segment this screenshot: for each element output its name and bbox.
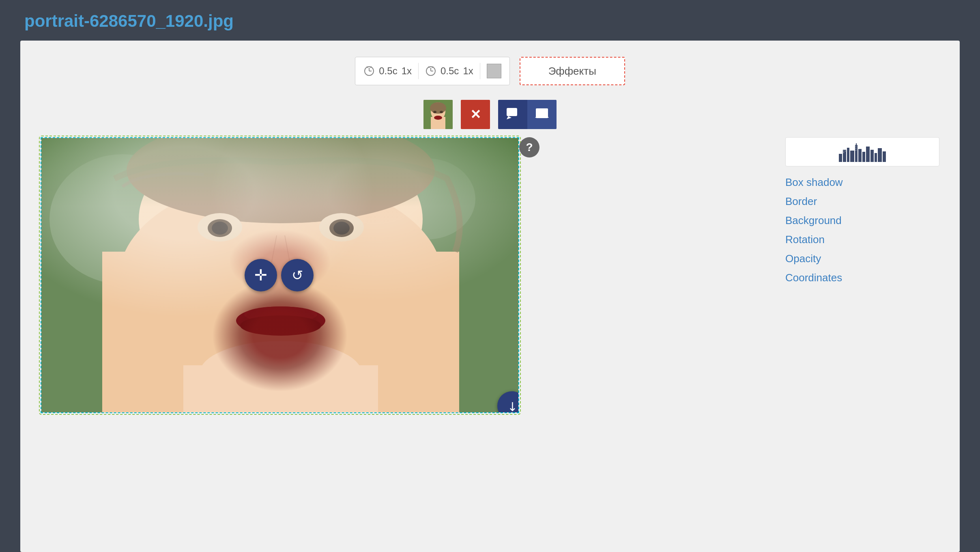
svg-rect-60: [855, 150, 856, 151]
toolbar: 0.5c 1x 0.5c 1x: [41, 57, 939, 85]
svg-rect-52: [875, 153, 877, 162]
svg-rect-43: [843, 150, 846, 162]
effects-button[interactable]: Эффекты: [520, 57, 625, 85]
svg-point-20: [538, 110, 540, 113]
nav-buttons: [498, 100, 557, 129]
delete-icon: ✕: [470, 107, 481, 122]
svg-rect-42: [839, 154, 842, 162]
timer2-multiplier: 1x: [463, 65, 473, 77]
main-area: 0.5c 1x 0.5c 1x: [20, 41, 960, 552]
svg-point-14: [433, 111, 436, 113]
canvas-wrapper[interactable]: ✛ ↺ ↙: [41, 137, 519, 413]
svg-marker-18: [507, 116, 511, 119]
canvas-container: ✛ ↺ ↙ ?: [41, 137, 519, 413]
svg-rect-48: [858, 149, 862, 162]
box-shadow-item[interactable]: Box shadow: [785, 175, 939, 190]
effect-list: Box shadow Border Background Rotation Op…: [785, 175, 939, 286]
color-swatch[interactable]: [487, 64, 501, 78]
canvas-area: ✛ ↺ ↙ ?: [41, 137, 769, 536]
move-handle[interactable]: ✛: [245, 259, 277, 291]
chat-button[interactable]: [498, 100, 527, 129]
help-label: ?: [526, 141, 533, 154]
svg-rect-49: [862, 152, 865, 162]
timer2-value: 0.5c: [441, 65, 459, 77]
delete-button[interactable]: ✕: [461, 100, 490, 129]
svg-rect-45: [850, 151, 854, 162]
content-area: ✛ ↺ ↙ ?: [41, 137, 939, 536]
chat-icon: [506, 106, 520, 123]
svg-rect-50: [866, 147, 870, 162]
image-thumbnail[interactable]: [423, 100, 453, 129]
no-icon-2: [425, 65, 436, 77]
svg-rect-47: [856, 143, 857, 146]
timer1-multiplier: 1x: [402, 65, 412, 77]
divider-2: [480, 63, 480, 79]
divider-1: [418, 63, 419, 79]
border-item[interactable]: Border: [785, 194, 939, 209]
help-icon[interactable]: ?: [519, 137, 539, 157]
svg-rect-56: [845, 151, 846, 151]
image-button[interactable]: [527, 100, 557, 129]
rotate-icon: ↺: [292, 267, 303, 283]
opacity-item[interactable]: Opacity: [785, 251, 939, 267]
svg-rect-46: [855, 145, 858, 162]
toolbar-left: 0.5c 1x 0.5c 1x: [355, 57, 509, 85]
rotation-item[interactable]: Rotation: [785, 232, 939, 248]
svg-point-12: [430, 102, 446, 114]
portrait-background: [41, 138, 518, 412]
timer1-value: 0.5c: [379, 65, 397, 77]
svg-rect-59: [855, 148, 856, 149]
svg-rect-53: [878, 148, 882, 162]
coordinates-item[interactable]: Coordinates: [785, 270, 939, 286]
move-icon: ✛: [254, 266, 267, 284]
svg-rect-55: [843, 151, 844, 151]
rotate-handle[interactable]: ↺: [281, 259, 314, 291]
face-overlay: [41, 138, 518, 412]
svg-rect-57: [843, 152, 844, 153]
svg-rect-44: [847, 148, 849, 162]
skyline-icon: [838, 142, 887, 162]
timer2-group: 0.5c 1x: [425, 65, 473, 77]
right-panel: Box shadow Border Background Rotation Op…: [785, 137, 939, 536]
svg-rect-51: [870, 150, 874, 162]
svg-rect-58: [855, 146, 856, 147]
controls-row: ✕: [41, 100, 939, 129]
svg-rect-54: [883, 151, 886, 162]
no-icon-1: [363, 65, 375, 77]
svg-rect-17: [507, 108, 517, 116]
image-icon: [535, 106, 549, 123]
svg-point-16: [434, 116, 442, 120]
background-item[interactable]: Background: [785, 213, 939, 229]
resize-icon: ↙: [503, 397, 519, 413]
title-bar: portrait-6286570_1920.jpg: [0, 0, 980, 41]
filename-link[interactable]: portrait-6286570_1920.jpg: [24, 11, 234, 31]
panel-toolbar: [785, 137, 939, 166]
timer1-group: 0.5c 1x: [363, 65, 412, 77]
svg-point-15: [440, 111, 443, 113]
thumbnail-preview: [423, 100, 453, 129]
